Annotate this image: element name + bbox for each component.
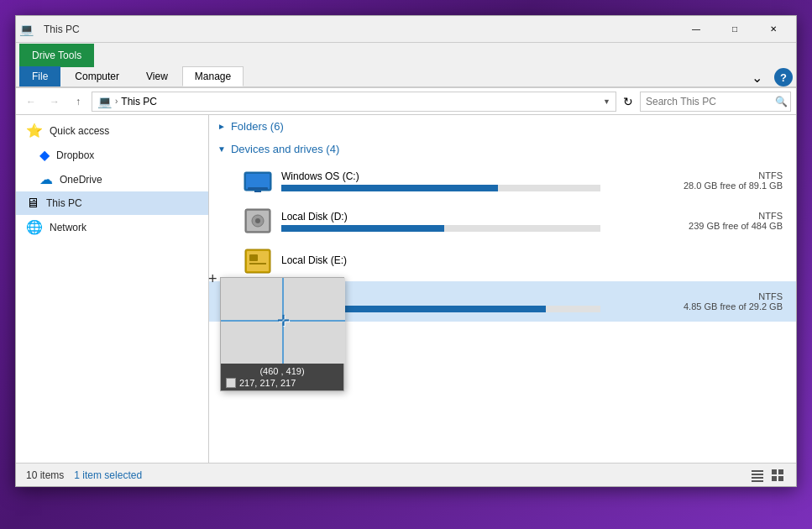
drive-item-c[interactable]: Windows OS (C:) NTFS 28.0 GB free of 89.… bbox=[209, 160, 796, 201]
address-chevron: › bbox=[115, 97, 118, 106]
tab-view[interactable]: View bbox=[134, 66, 181, 86]
svg-rect-18 bbox=[752, 474, 763, 475]
tab-computer[interactable]: Computer bbox=[62, 66, 132, 86]
address-path[interactable]: 💻 › This PC ▼ bbox=[92, 92, 616, 112]
drive-free-g: 4.85 GB free of 29.2 GB bbox=[684, 301, 783, 312]
sidebar-label-quick-access: Quick access bbox=[50, 125, 109, 137]
large-icons-view-button[interactable] bbox=[769, 467, 786, 484]
search-input[interactable] bbox=[646, 96, 772, 107]
ribbon: Drive Tools File Computer View Manage ⌄ … bbox=[16, 43, 796, 88]
main-area: ⭐ Quick access ◆ Dropbox ☁ OneDrive 🖥 Th… bbox=[16, 115, 796, 463]
this-pc-icon: 🖥 bbox=[26, 196, 39, 211]
drive-icon-e bbox=[243, 246, 273, 276]
drive-name-d: Local Disk (D:) bbox=[281, 211, 673, 223]
drive-icon-c bbox=[243, 165, 273, 196]
svg-rect-17 bbox=[752, 470, 763, 472]
details-view-button[interactable] bbox=[749, 467, 766, 484]
svg-rect-19 bbox=[752, 477, 763, 479]
drive-item-e[interactable]: Local Disk (E:) bbox=[209, 241, 796, 281]
svg-rect-9 bbox=[247, 251, 269, 271]
devices-section-header[interactable]: ▼ Devices and drives (4) bbox=[209, 138, 796, 160]
title-bar: 💻 This PC — □ ✕ bbox=[16, 16, 796, 43]
drive-fs-g: NTFS bbox=[758, 291, 783, 301]
preview-image: ✛ bbox=[221, 278, 345, 364]
items-count: 10 items bbox=[26, 469, 64, 481]
status-bar: 10 items 1 item selected bbox=[16, 463, 796, 486]
devices-section-label: Devices and drives (4) bbox=[231, 143, 339, 155]
sidebar-label-dropbox: Dropbox bbox=[56, 149, 94, 161]
crosshair-cursor: ✛ bbox=[277, 312, 290, 330]
svg-point-7 bbox=[255, 218, 260, 223]
sidebar-item-onedrive[interactable]: ☁ OneDrive bbox=[16, 167, 208, 191]
tab-drive-tools[interactable]: Drive Tools bbox=[19, 44, 94, 67]
svg-rect-22 bbox=[778, 469, 783, 474]
address-label: This PC bbox=[121, 96, 157, 107]
drive-fs-c: NTFS bbox=[758, 170, 783, 181]
quick-access-icon: ⭐ bbox=[26, 123, 43, 139]
sidebar: ⭐ Quick access ◆ Dropbox ☁ OneDrive 🖥 Th… bbox=[16, 115, 209, 463]
svg-rect-1 bbox=[246, 174, 270, 189]
sidebar-item-this-pc[interactable]: 🖥 This PC bbox=[16, 191, 208, 215]
status-right bbox=[749, 467, 786, 484]
drag-cursor: + bbox=[208, 270, 217, 288]
tab-manage[interactable]: Manage bbox=[182, 66, 244, 86]
svg-rect-21 bbox=[772, 469, 777, 474]
drive-meta-d: NTFS 239 GB free of 484 GB bbox=[673, 211, 783, 231]
preview-color-row: 217, 217, 217 bbox=[226, 378, 338, 388]
ribbon-right: ⌄ ? bbox=[745, 68, 793, 86]
preview-info: (460 , 419) 217, 217, 217 bbox=[221, 364, 343, 390]
folders-section-header[interactable]: ► Folders (6) bbox=[209, 115, 796, 138]
preview-coords: (460 , 419) bbox=[226, 366, 338, 376]
minimize-button[interactable]: — bbox=[677, 16, 715, 43]
drive-icon-d bbox=[243, 206, 273, 236]
drive-info-c: Windows OS (C:) bbox=[281, 170, 673, 191]
sidebar-item-quick-access[interactable]: ⭐ Quick access bbox=[16, 118, 208, 143]
drive-item-d[interactable]: Local Disk (D:) NTFS 239 GB free of 484 … bbox=[209, 201, 796, 241]
back-button[interactable]: ← bbox=[21, 92, 41, 112]
drive-fs-d: NTFS bbox=[758, 211, 783, 221]
up-button[interactable]: ↑ bbox=[68, 92, 88, 112]
sidebar-label-onedrive: OneDrive bbox=[60, 174, 102, 186]
drive-info-d: Local Disk (D:) bbox=[281, 211, 673, 232]
color-swatch bbox=[226, 378, 236, 388]
close-button[interactable]: ✕ bbox=[754, 16, 793, 43]
svg-rect-20 bbox=[752, 480, 763, 482]
svg-rect-24 bbox=[778, 476, 783, 481]
sidebar-item-network[interactable]: 🌐 Network bbox=[16, 215, 208, 239]
search-box[interactable]: 🔍 bbox=[640, 92, 791, 112]
tab-file[interactable]: File bbox=[19, 66, 60, 86]
preview-color-text: 217, 217, 217 bbox=[239, 378, 296, 388]
drive-progress-fill-d bbox=[281, 225, 444, 232]
help-button[interactable]: ? bbox=[774, 68, 793, 86]
drive-name-e: Local Disk (E:) bbox=[281, 254, 673, 266]
dropbox-icon: ◆ bbox=[39, 147, 50, 163]
drive-meta-c: NTFS 28.0 GB free of 89.1 GB bbox=[673, 170, 783, 191]
forward-button[interactable]: → bbox=[45, 92, 65, 112]
maximize-button[interactable]: □ bbox=[715, 16, 754, 43]
selected-count: 1 item selected bbox=[74, 469, 142, 481]
refresh-button[interactable]: ↻ bbox=[620, 93, 637, 110]
title-bar-buttons: — □ ✕ bbox=[677, 16, 793, 43]
sidebar-label-network: Network bbox=[50, 222, 86, 233]
folders-toggle-icon: ► bbox=[217, 122, 226, 131]
drive-progress-bg-c bbox=[281, 185, 600, 191]
address-dropdown-arrow[interactable]: ▼ bbox=[603, 97, 610, 106]
ribbon-tabs: Drive Tools bbox=[16, 43, 796, 66]
svg-rect-11 bbox=[249, 263, 266, 264]
window-icon: 💻 bbox=[19, 23, 34, 36]
drive-meta-g: NTFS 4.85 GB free of 29.2 GB bbox=[673, 291, 783, 312]
preview-popup: ✛ (460 , 419) 217, 217, 217 bbox=[220, 277, 344, 391]
drive-info-e: Local Disk (E:) bbox=[281, 254, 673, 269]
sidebar-item-dropbox[interactable]: ◆ Dropbox bbox=[16, 143, 208, 167]
drive-progress-fill-c bbox=[281, 185, 498, 191]
svg-rect-2 bbox=[248, 187, 268, 190]
status-left: 10 items 1 item selected bbox=[26, 469, 142, 481]
drive-name-c: Windows OS (C:) bbox=[281, 170, 673, 182]
search-icon: 🔍 bbox=[775, 96, 788, 107]
address-bar: ← → ↑ 💻 › This PC ▼ ↻ 🔍 bbox=[16, 88, 796, 115]
svg-rect-23 bbox=[772, 476, 777, 481]
ribbon-collapse-arrow[interactable]: ⌄ bbox=[745, 70, 769, 86]
explorer-window: 💻 This PC — □ ✕ Drive Tools File Compute… bbox=[15, 15, 797, 487]
drive-free-d: 239 GB free of 484 GB bbox=[689, 221, 783, 231]
svg-rect-10 bbox=[249, 254, 258, 261]
